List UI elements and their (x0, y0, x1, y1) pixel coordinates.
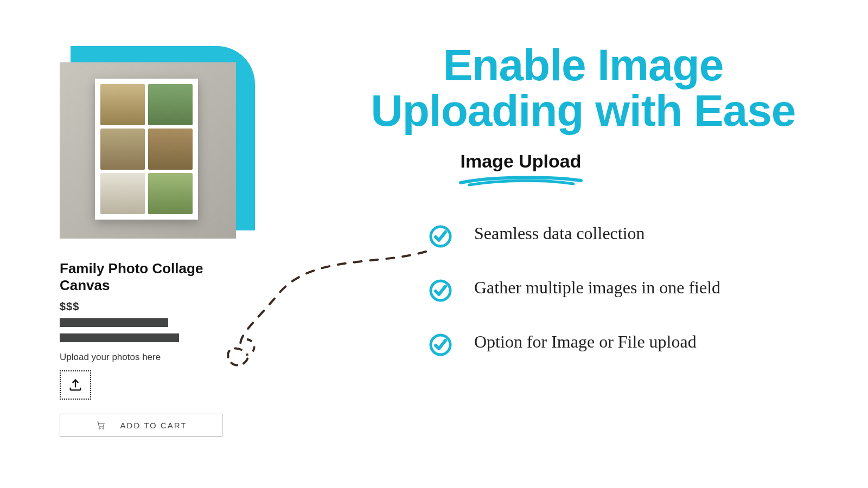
collage-photo (100, 129, 145, 170)
collage-photo (148, 173, 193, 214)
product-price: $$$ (60, 300, 255, 313)
headline-line2: Uploading with Ease (371, 86, 796, 135)
product-card: Family Photo Collage Canvas $$$ Upload y… (60, 52, 255, 436)
product-image (60, 62, 236, 239)
collage-photo (148, 129, 193, 170)
add-to-cart-label: ADD TO CART (120, 421, 187, 430)
subheading: Image Upload (458, 151, 583, 172)
headline: Enable Image Uploading with Ease (312, 42, 854, 133)
upload-icon (68, 377, 83, 393)
placeholder-bar (60, 333, 179, 342)
svg-point-0 (99, 428, 100, 429)
product-title: Family Photo Collage Canvas (60, 260, 255, 294)
add-to-cart-button[interactable]: ADD TO CART (60, 414, 222, 436)
collage-photo (100, 84, 145, 125)
svg-point-1 (103, 428, 104, 429)
check-circle-icon (429, 224, 452, 248)
cart-icon (95, 420, 106, 430)
photo-collage-frame (95, 79, 198, 220)
upload-dropzone[interactable] (60, 370, 91, 400)
check-circle-icon (429, 333, 452, 357)
feature-item: Gather multiple images in one field (429, 277, 808, 303)
feature-text: Seamless data collection (474, 222, 645, 245)
upload-label: Upload your photos here (60, 352, 255, 363)
scribble-underline-icon (458, 173, 583, 188)
collage-photo (148, 84, 193, 125)
feature-text: Option for Image or File upload (474, 331, 697, 353)
collage-photo (100, 173, 145, 214)
check-circle-icon (429, 279, 452, 303)
feature-list: Seamless data collection Gather multiple… (429, 222, 808, 385)
feature-item: Seamless data collection (429, 222, 808, 248)
headline-line1: Enable Image (443, 40, 724, 89)
subheading-block: Image Upload (458, 151, 583, 190)
placeholder-bar (60, 318, 168, 327)
feature-item: Option for Image or File upload (429, 331, 808, 357)
feature-text: Gather multiple images in one field (474, 277, 720, 299)
